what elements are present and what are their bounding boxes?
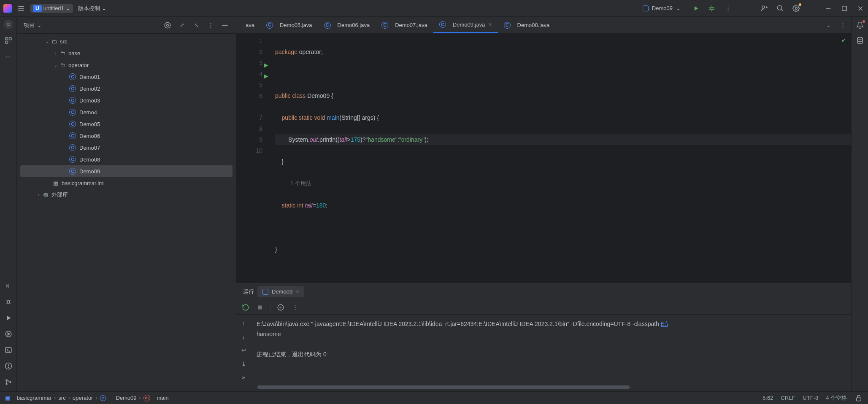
down-icon[interactable]: ↓ — [239, 332, 248, 341]
code-content[interactable]: package operator; public class Demo09 { … — [270, 34, 851, 283]
tree-class-item[interactable]: CDemo02 — [17, 83, 236, 94]
editor-tab-partial[interactable]: ava — [240, 17, 260, 33]
tree-class-item[interactable]: CDemo05 — [17, 118, 236, 130]
code-with-me-icon[interactable] — [760, 4, 768, 13]
project-selector[interactable]: U untitled1 ⌄ — [30, 4, 73, 13]
gutter-run-icon[interactable]: ▶ — [264, 70, 268, 81]
project-tool-icon[interactable] — [4, 20, 13, 29]
vcs-menu[interactable]: 版本控制 ⌄ — [78, 5, 106, 12]
svg-line-25 — [9, 300, 10, 301]
svg-line-7 — [714, 7, 714, 8]
editor-tab[interactable]: CDemo07.java — [376, 17, 433, 33]
svg-rect-20 — [5, 38, 8, 40]
expand-icon[interactable]: » — [239, 373, 248, 381]
database-tool-icon[interactable] — [856, 36, 864, 45]
breadcrumb-item[interactable]: ▣ basicgrammar — [5, 395, 51, 401]
soft-wrap-icon[interactable]: ↩ — [239, 346, 248, 354]
file-encoding[interactable]: UTF-8 — [803, 395, 818, 401]
usage-hint[interactable]: 1 个用法 — [275, 178, 851, 189]
tree-class-item[interactable]: CDemo06 — [17, 130, 236, 142]
tab-options-icon[interactable]: ⋮ — [838, 21, 847, 30]
settings-icon[interactable] — [792, 4, 800, 13]
stop-icon[interactable] — [256, 303, 264, 312]
readonly-lock-icon[interactable] — [854, 394, 863, 402]
collapse-all-icon[interactable]: ⤡ — [192, 21, 200, 30]
svg-point-33 — [6, 380, 7, 381]
class-icon: C — [381, 22, 388, 29]
chevron-down-icon: ⌄ — [102, 5, 106, 11]
console-side-actions: ↑ ↓ ↩ ⤓ » — [236, 315, 251, 385]
up-icon[interactable]: ↑ — [239, 319, 248, 327]
main-menu-icon[interactable] — [17, 4, 25, 13]
git-tool-icon[interactable] — [4, 378, 13, 386]
close-icon[interactable] — [856, 4, 865, 13]
console-hscroll[interactable] — [236, 385, 851, 391]
caret-position[interactable]: 5:62 — [763, 395, 773, 401]
vcs-label: 版本控制 — [78, 5, 100, 12]
debug-tool-icon[interactable] — [4, 298, 13, 306]
more-actions-icon[interactable]: ⋮ — [724, 4, 732, 13]
indent-settings[interactable]: 4 个空格 — [826, 394, 847, 402]
tree-folder-operator[interactable]: ⌄🗀operator — [17, 59, 236, 71]
console-output[interactable]: E:\Java\bin\java.exe "-javaagent:E:\IDEA… — [251, 315, 851, 385]
more-tool-icon[interactable]: ⋯ — [4, 52, 13, 61]
tree-file-iml[interactable]: ▦basicgrammar.iml — [17, 177, 236, 189]
scroll-end-icon[interactable]: ⤓ — [239, 359, 248, 368]
tree-folder-base[interactable]: ›🗀base — [17, 47, 236, 59]
line-separator[interactable]: CRLF — [781, 395, 795, 401]
structure-tool-icon[interactable] — [4, 36, 13, 45]
maximize-icon[interactable] — [840, 4, 849, 13]
inspection-ok-icon[interactable]: ✔ — [841, 37, 846, 43]
run-tool-icon[interactable] — [4, 314, 13, 322]
search-icon[interactable] — [776, 4, 784, 13]
filter-icon[interactable] — [276, 303, 285, 312]
tree-class-item[interactable]: CDemo08 — [17, 154, 236, 165]
svg-point-34 — [6, 383, 7, 385]
code-editor[interactable]: ✔ 1 2 3▶ 4▶ 5 6 7 8 9 10 package operato… — [236, 34, 851, 283]
debug-icon[interactable] — [708, 4, 716, 13]
select-opened-icon[interactable] — [163, 21, 172, 30]
svg-line-8 — [709, 9, 710, 10]
panel-options-icon[interactable]: ⋮ — [206, 21, 215, 30]
tree-ext-libs[interactable]: ›⛃外部库 — [17, 189, 236, 201]
editor-tab[interactable]: CDemo05.java — [260, 17, 318, 33]
svg-rect-38 — [258, 305, 262, 309]
tree-class-item[interactable]: CDemo03 — [17, 94, 236, 106]
project-name-label: untitled1 — [43, 5, 64, 11]
editor-tab-active[interactable]: CDemo09.java× — [433, 17, 498, 33]
breadcrumb-item[interactable]: C Demo09 — [100, 395, 137, 401]
gutter-run-icon[interactable]: ▶ — [264, 59, 268, 70]
services-tool-icon[interactable] — [4, 330, 13, 338]
breadcrumb-item[interactable]: m main — [143, 395, 169, 401]
tab-list-icon[interactable]: ⌄ — [824, 21, 833, 30]
notifications-icon[interactable] — [856, 21, 864, 30]
svg-rect-21 — [9, 38, 11, 40]
tree-folder-src[interactable]: ⌄🗀src — [17, 35, 236, 47]
svg-point-15 — [795, 7, 798, 9]
build-tool-icon[interactable] — [4, 282, 13, 290]
tree-class-item-selected[interactable]: CDemo09 — [20, 165, 233, 177]
terminal-tool-icon[interactable] — [4, 346, 13, 354]
run-config-selector[interactable]: Demo09 ⌄ — [639, 3, 684, 13]
editor-tab[interactable]: CDemo06.java — [318, 17, 376, 33]
tree-class-item[interactable]: CDemo4 — [17, 106, 236, 118]
rerun-icon[interactable] — [241, 303, 250, 312]
console-link[interactable]: E:\ — [661, 321, 668, 327]
editor-tab[interactable]: CDemo08.java — [498, 17, 556, 33]
project-panel-title[interactable]: 项目 ⌄ — [24, 22, 42, 29]
chevron-down-icon: ⌄ — [37, 22, 42, 28]
problems-tool-icon[interactable] — [4, 362, 13, 370]
breadcrumb-item[interactable]: src — [58, 395, 65, 401]
hide-panel-icon[interactable]: — — [221, 21, 229, 30]
tree-class-item[interactable]: CDemo07 — [17, 142, 236, 154]
svg-point-3 — [711, 7, 713, 10]
project-panel: 项目 ⌄ ⤢ ⤡ ⋮ — ⌄🗀src ›🗀base ⌄🗀operator CDe… — [17, 17, 236, 391]
run-icon[interactable] — [692, 4, 700, 13]
tree-class-item[interactable]: CDemo01 — [17, 71, 236, 83]
minimize-icon[interactable] — [824, 4, 833, 13]
expand-all-icon[interactable]: ⤢ — [178, 21, 186, 30]
close-tab-icon[interactable]: × — [488, 21, 492, 28]
console-options-icon[interactable]: ⋮ — [291, 303, 299, 312]
class-icon: C — [324, 22, 331, 29]
breadcrumb-item[interactable]: operator — [73, 395, 93, 401]
